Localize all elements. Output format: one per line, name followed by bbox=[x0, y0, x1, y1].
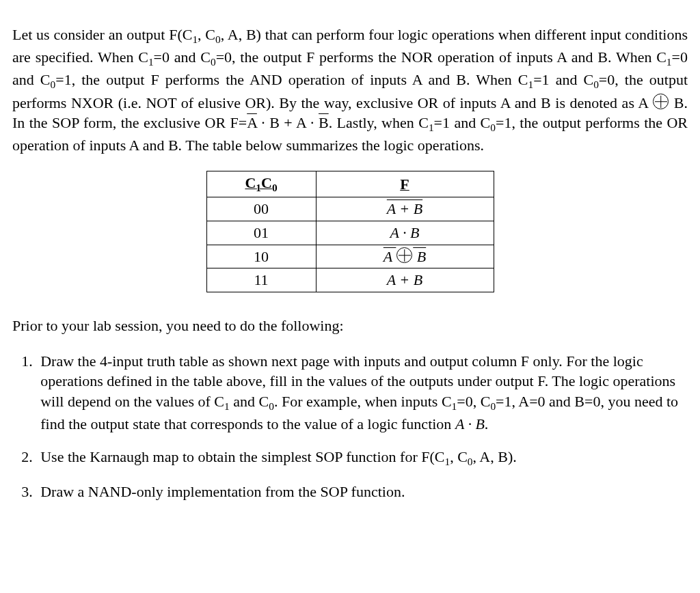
tasks-list: Draw the 4-input truth table as shown ne… bbox=[21, 351, 688, 502]
cell: A · B bbox=[390, 224, 420, 241]
cell: 01 bbox=[254, 224, 269, 241]
cell: A + B bbox=[387, 271, 422, 288]
xor-icon bbox=[396, 247, 412, 263]
subscript: 0 bbox=[272, 182, 278, 194]
text: , C bbox=[450, 448, 468, 465]
cell-overline: A + B bbox=[387, 200, 422, 217]
text: =0, the output F performs the NOR operat… bbox=[216, 49, 667, 66]
subscript: 0 bbox=[593, 79, 599, 91]
text: and C bbox=[230, 393, 269, 410]
cell: 11 bbox=[254, 271, 268, 288]
cell: A bbox=[383, 248, 396, 265]
text: =0, C bbox=[457, 393, 490, 410]
subscript: 0 bbox=[269, 401, 274, 413]
text: =1, the output F performs the AND operat… bbox=[55, 71, 528, 88]
subscript: 0 bbox=[468, 456, 473, 467]
cell: 10 bbox=[254, 248, 269, 265]
text: F bbox=[400, 176, 409, 193]
expression: A · B bbox=[455, 415, 485, 432]
subscript: 1 bbox=[256, 182, 261, 194]
task-item-1: Draw the 4-input truth table as shown ne… bbox=[36, 351, 688, 435]
text: =1 and C bbox=[434, 114, 491, 131]
logic-operations-table: C1C0 F 00 A + B 01 A · B 10 A B 11 A + B bbox=[206, 171, 494, 292]
subscript: 1 bbox=[224, 401, 230, 413]
subscript: 1 bbox=[429, 122, 434, 134]
task-item-2: Use the Karnaugh map to obtain the simpl… bbox=[36, 447, 688, 469]
text: C bbox=[245, 174, 256, 191]
text: =0 and C bbox=[154, 49, 211, 66]
subscript: 0 bbox=[215, 33, 221, 45]
text: , C bbox=[198, 26, 215, 43]
text: C bbox=[261, 174, 272, 191]
overline-b: B bbox=[319, 114, 329, 131]
pre-tasks-text: Prior to your lab session, you need to d… bbox=[12, 316, 688, 336]
subscript: 0 bbox=[490, 401, 496, 413]
text: . bbox=[485, 415, 489, 432]
table-row: 00 A + B bbox=[206, 197, 494, 221]
task-item-3: Draw a NAND-only implementation from the… bbox=[36, 482, 688, 502]
text: Draw a NAND-only implementation from the… bbox=[40, 483, 405, 500]
intro-paragraph: Let us consider an output F(C1, C0, A, B… bbox=[12, 25, 688, 156]
subscript: 1 bbox=[667, 57, 672, 68]
table-row: 11 A + B bbox=[206, 268, 494, 292]
xor-icon bbox=[653, 94, 669, 109]
table-row: 10 A B bbox=[206, 245, 494, 268]
text: =1 and C bbox=[533, 71, 593, 88]
subscript: 1 bbox=[148, 57, 154, 68]
subscript: 1 bbox=[192, 33, 198, 45]
table-header-row: C1C0 F bbox=[206, 171, 494, 197]
text: . Lastly, when C bbox=[329, 114, 429, 131]
text: Let us consider an output F(C bbox=[12, 26, 192, 43]
text: . For example, when inputs C bbox=[274, 393, 452, 410]
text: · B + A · bbox=[257, 114, 319, 131]
text: , A, B). bbox=[473, 448, 517, 465]
subscript: 0 bbox=[490, 122, 496, 134]
text: Use the Karnaugh map to obtain the simpl… bbox=[40, 448, 444, 465]
table-row: 01 A · B bbox=[206, 221, 494, 245]
cell: 00 bbox=[254, 200, 269, 217]
subscript: 0 bbox=[211, 57, 216, 68]
cell: B bbox=[413, 248, 426, 265]
overline-a: A bbox=[247, 114, 257, 131]
